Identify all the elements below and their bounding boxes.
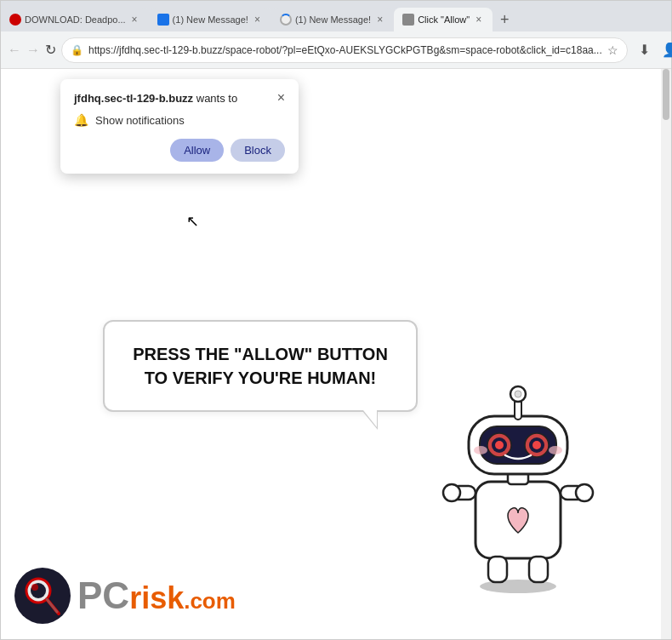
download-icon[interactable]: ⬇ (633, 38, 657, 62)
address-bar-icons: ☆ (607, 43, 618, 57)
address-bar[interactable]: 🔒 https://jfdhq.sec-tl-129-b.buzz/space-… (61, 37, 628, 63)
popup-permission-row: 🔔 Show notifications (74, 113, 285, 127)
reload-button[interactable]: ↻ (45, 38, 56, 62)
tab3-favicon (280, 14, 292, 26)
tab1-title: DOWNLOAD: Deadpo... (25, 14, 126, 25)
speech-bubble-container: PRESS THE "ALLOW" BUTTON TO VERIFY YOU'R… (103, 320, 418, 448)
back-button[interactable]: ← (8, 38, 21, 62)
speech-bubble-tail-inner (363, 410, 377, 427)
popup-permission-text: Show notifications (95, 114, 185, 127)
tab-download[interactable]: DOWNLOAD: Deadpo... × (1, 8, 149, 31)
svg-point-4 (443, 484, 460, 501)
popup-buttons: Allow Block (74, 139, 285, 162)
tab1-close[interactable]: × (129, 13, 140, 26)
lock-icon: 🔒 (71, 44, 83, 56)
new-tab-button[interactable]: + (493, 8, 516, 31)
address-bar-row: ← → ↻ 🔒 https://jfdhq.sec-tl-129-b.buzz/… (1, 31, 671, 69)
tab2-favicon (157, 14, 169, 26)
popup-header: jfdhq.sec-tl-129-b.buzz wants to × (74, 91, 285, 105)
robot-svg (433, 358, 603, 597)
speech-bubble: PRESS THE "ALLOW" BUTTON TO VERIFY YOU'R… (103, 320, 418, 412)
popup-close-button[interactable]: × (277, 91, 285, 105)
speech-bubble-text: PRESS THE "ALLOW" BUTTON TO VERIFY YOU'R… (133, 345, 388, 387)
scrollbar[interactable] (661, 69, 671, 639)
scrollbar-thumb[interactable] (663, 69, 669, 120)
profile-icon[interactable]: 👤 (658, 38, 672, 62)
svg-point-13 (495, 441, 504, 449)
svg-rect-6 (488, 557, 507, 582)
tab1-favicon (9, 14, 21, 26)
tab-bar: DOWNLOAD: Deadpo... × (1) New Message! ×… (1, 1, 671, 31)
pcrisk-icon (14, 568, 71, 624)
tab4-favicon (402, 14, 414, 26)
page-content: jfdhq.sec-tl-129-b.buzz wants to × 🔔 Sho… (1, 69, 671, 639)
forward-button[interactable]: → (26, 38, 40, 62)
pcrisk-text: PCrisk.com (77, 577, 236, 614)
tab2-close[interactable]: × (252, 13, 263, 26)
pc-text: PC (77, 574, 129, 616)
tab-click-allow[interactable]: Click "Allow" × (394, 8, 493, 31)
bell-icon: 🔔 (74, 113, 88, 127)
tab-message2[interactable]: (1) New Message! × (271, 8, 394, 31)
svg-point-5 (576, 484, 593, 501)
dotcom-text: .com (184, 588, 236, 614)
block-button[interactable]: Block (231, 139, 285, 162)
svg-point-19 (515, 391, 521, 397)
svg-point-16 (532, 441, 541, 449)
risk-text: risk (129, 580, 184, 615)
browser-window: DOWNLOAD: Deadpo... × (1) New Message! ×… (0, 0, 672, 640)
robot-illustration (433, 358, 603, 597)
allow-button[interactable]: Allow (170, 139, 224, 162)
tab-message1[interactable]: (1) New Message! × (149, 8, 271, 31)
tab3-close[interactable]: × (374, 13, 385, 26)
pcrisk-logo: PCrisk.com (14, 568, 236, 624)
tab4-close[interactable]: × (473, 13, 484, 26)
notification-popup: jfdhq.sec-tl-129-b.buzz wants to × 🔔 Sho… (60, 79, 299, 174)
popup-site-name: jfdhq.sec-tl-129-b.buzz wants to (74, 92, 237, 105)
tab4-title: Click "Allow" (418, 14, 470, 25)
bookmark-icon[interactable]: ☆ (607, 43, 618, 57)
address-text: https://jfdhq.sec-tl-129-b.buzz/space-ro… (88, 44, 602, 56)
svg-rect-7 (529, 557, 548, 582)
svg-point-21 (549, 446, 562, 454)
svg-point-20 (474, 446, 487, 454)
tab3-title: (1) New Message! (295, 14, 371, 25)
svg-point-25 (31, 584, 38, 591)
tab2-title: (1) New Message! (173, 14, 248, 25)
toolbar-icons: ⬇ 👤 ⋮ (633, 38, 672, 62)
mouse-cursor: ↖ (186, 212, 199, 231)
